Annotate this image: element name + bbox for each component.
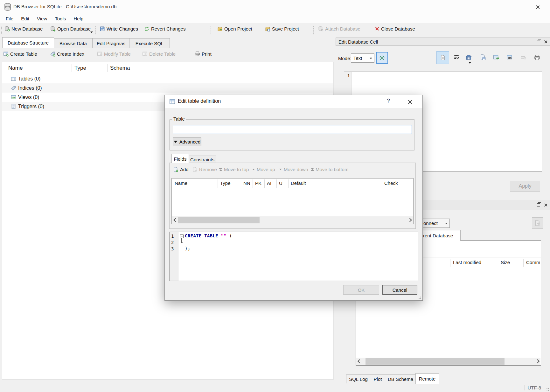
import-file-button[interactable] — [464, 53, 473, 61]
tab-database-structure[interactable]: Database Structure — [2, 37, 54, 48]
tab-browse-data[interactable]: Browse Data — [53, 38, 93, 48]
tab-edit-pragmas[interactable]: Edit Pragmas — [92, 38, 130, 48]
float-panel-button[interactable] — [535, 39, 542, 45]
import-cell-button[interactable] — [376, 52, 388, 64]
chevron-right-icon — [408, 218, 412, 222]
link-data-button[interactable] — [505, 53, 514, 61]
col-type[interactable]: Type — [220, 180, 231, 186]
print-cell-button[interactable] — [533, 53, 541, 61]
dialog-tab-constraints[interactable]: Constraints — [188, 156, 216, 163]
dialog-title-bar[interactable]: Edit table definition ? — [165, 95, 422, 108]
column-divider[interactable] — [107, 64, 108, 72]
modify-table-icon — [97, 51, 102, 57]
close-panel-button[interactable] — [542, 39, 549, 45]
create-index-button[interactable]: Create Index — [50, 51, 84, 57]
revert-changes-button[interactable]: Revert Changes — [144, 26, 185, 32]
encoding-indicator[interactable]: UTF-8 — [524, 385, 541, 390]
window-resize-grip[interactable] — [546, 388, 549, 391]
mode-combobox[interactable]: Text — [351, 53, 374, 63]
print-button[interactable]: Print — [195, 51, 212, 57]
open-project-button[interactable]: Open Project — [217, 26, 252, 32]
remote-horizontal-scrollbar[interactable] — [356, 358, 540, 365]
text-mode-toggle[interactable] — [436, 51, 449, 64]
column-divider[interactable] — [253, 179, 253, 188]
advanced-toggle-button[interactable]: Advanced — [173, 137, 201, 146]
open-database-dropdown[interactable] — [90, 32, 93, 33]
column-divider[interactable] — [72, 64, 72, 72]
import-file-dropdown[interactable] — [469, 62, 471, 64]
column-divider[interactable] — [382, 179, 382, 188]
column-divider[interactable] — [241, 179, 241, 188]
tree-row-tables[interactable]: Tables (0) — [2, 74, 333, 83]
column-divider[interactable] — [498, 259, 498, 267]
tab-plot[interactable]: Plot — [370, 374, 386, 384]
column-divider[interactable] — [288, 179, 289, 188]
tab-sql-log[interactable]: SQL Log — [346, 374, 371, 384]
dialog-resize-grip[interactable] — [418, 296, 421, 299]
write-changes-button[interactable]: Write Changes — [100, 26, 138, 32]
dialog-tab-fields[interactable]: Fields — [171, 154, 189, 163]
column-divider[interactable] — [264, 179, 265, 188]
menu-file[interactable]: File — [2, 15, 17, 22]
scrollbar-thumb[interactable] — [366, 358, 505, 365]
edit-database-cell-header[interactable]: Edit Database Cell — [336, 38, 550, 46]
col-u[interactable]: U — [279, 180, 282, 186]
scroll-left-button[interactable] — [356, 358, 363, 365]
write-changes-label: Write Changes — [107, 26, 138, 32]
close-database-button[interactable]: Close Database — [375, 26, 415, 32]
col-pk[interactable]: PK — [255, 180, 261, 186]
toolbar-drag-handle[interactable] — [1, 26, 3, 35]
scroll-right-button[interactable] — [534, 358, 540, 365]
col-nn[interactable]: NN — [243, 180, 250, 186]
tab-execute-sql[interactable]: Execute SQL — [129, 38, 170, 48]
add-field-button[interactable]: Add — [173, 167, 189, 172]
remote-connect-combobox[interactable]: onnect — [422, 219, 450, 228]
scrollbar-thumb[interactable] — [178, 217, 260, 223]
col-default[interactable]: Default — [291, 180, 306, 186]
col-check[interactable]: Check — [384, 180, 398, 186]
save-project-button[interactable]: Save Project — [265, 26, 299, 32]
tree-column-name[interactable]: Name — [8, 65, 23, 71]
col-ai[interactable]: AI — [267, 180, 271, 186]
column-size[interactable]: Size — [501, 260, 510, 265]
dialog-close-button[interactable] — [403, 98, 416, 106]
remote-current-database-tab[interactable]: rent Database — [422, 230, 461, 241]
open-in-app-button[interactable] — [492, 53, 500, 61]
word-wrap-button[interactable] — [453, 53, 460, 61]
column-last-modified[interactable]: Last modified — [453, 260, 481, 265]
sql-line-3: ); — [185, 246, 190, 251]
tab-db-schema[interactable]: DB Schema — [386, 374, 416, 384]
float-panel-button[interactable] — [535, 202, 542, 208]
export-file-button[interactable] — [479, 53, 487, 61]
menu-view[interactable]: View — [33, 15, 51, 22]
cancel-button[interactable]: Cancel — [382, 285, 417, 295]
create-table-button[interactable]: Create Table — [3, 51, 37, 57]
tree-column-type[interactable]: Type — [74, 65, 86, 71]
maximize-button[interactable] — [509, 3, 523, 11]
new-database-button[interactable]: New Database — [4, 26, 43, 32]
column-divider[interactable] — [218, 179, 218, 188]
dialog-help-button[interactable]: ? — [382, 98, 395, 104]
column-divider[interactable] — [276, 179, 277, 188]
ok-button: OK — [343, 285, 379, 295]
column-divider[interactable] — [450, 259, 450, 267]
fold-minus-icon[interactable] — [180, 234, 184, 238]
minimize-button[interactable] — [488, 3, 502, 11]
close-window-button[interactable] — [531, 3, 545, 11]
menu-edit[interactable]: Edit — [17, 15, 33, 22]
table-name-input[interactable] — [173, 125, 412, 134]
scroll-left-button[interactable] — [172, 216, 178, 224]
fields-horizontal-scrollbar[interactable] — [172, 216, 413, 224]
menu-help[interactable]: Help — [70, 15, 87, 22]
tree-column-schema[interactable]: Schema — [110, 65, 130, 71]
table-group-box: Table Advanced — [169, 119, 415, 150]
close-panel-button[interactable] — [542, 202, 549, 208]
menu-tools[interactable]: Tools — [51, 15, 69, 22]
tab-remote[interactable]: Remote — [415, 373, 439, 384]
col-name[interactable]: Name — [175, 180, 187, 186]
open-database-button[interactable]: Open Database — [50, 26, 91, 32]
column-divider[interactable] — [523, 259, 524, 267]
scroll-right-button[interactable] — [407, 216, 413, 224]
column-commit[interactable]: Comm — [526, 260, 540, 265]
tree-row-indices[interactable]: Indices (0) — [2, 83, 333, 93]
